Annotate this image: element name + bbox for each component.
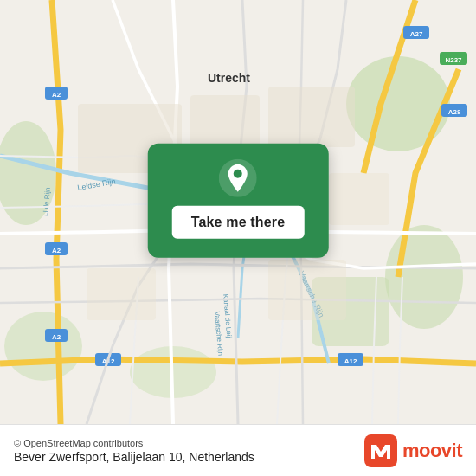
location-address: Bever Zwerfsport, Balijelaan 10, Netherl… bbox=[14, 450, 254, 464]
svg-text:A28: A28 bbox=[448, 108, 461, 116]
svg-point-36 bbox=[234, 170, 242, 178]
location-card: Take me there bbox=[148, 144, 329, 258]
svg-rect-33 bbox=[329, 173, 389, 225]
svg-text:A12: A12 bbox=[344, 357, 357, 365]
svg-text:A2: A2 bbox=[52, 247, 61, 254]
svg-rect-32 bbox=[268, 260, 346, 320]
moovit-logo: moovit bbox=[364, 434, 462, 467]
footer-info: © OpenStreetMap contributors Bever Zwerf… bbox=[14, 438, 254, 464]
svg-point-4 bbox=[4, 312, 82, 381]
svg-text:N237: N237 bbox=[445, 56, 462, 64]
svg-rect-37 bbox=[364, 434, 397, 467]
svg-text:A27: A27 bbox=[410, 30, 423, 38]
app-container: A12 A12 A2 A2 A2 A27 A28 N237 Leidse Rij… bbox=[0, 0, 476, 476]
svg-text:A2: A2 bbox=[52, 91, 61, 99]
map-pin-icon bbox=[219, 159, 257, 197]
svg-point-1 bbox=[346, 56, 450, 151]
svg-rect-29 bbox=[190, 95, 260, 147]
take-me-there-button[interactable]: Take me there bbox=[172, 206, 305, 239]
map-view: A12 A12 A2 A2 A2 A27 A28 N237 Leidse Rij… bbox=[0, 0, 476, 424]
moovit-text: moovit bbox=[402, 440, 462, 462]
osm-credit: © OpenStreetMap contributors bbox=[14, 438, 254, 448]
svg-rect-30 bbox=[268, 87, 355, 147]
svg-text:A2: A2 bbox=[52, 333, 61, 341]
moovit-m-icon bbox=[364, 434, 397, 467]
svg-rect-31 bbox=[87, 268, 156, 320]
svg-point-2 bbox=[385, 225, 463, 329]
svg-text:Utrecht: Utrecht bbox=[208, 71, 250, 85]
footer: © OpenStreetMap contributors Bever Zwerf… bbox=[0, 424, 476, 476]
